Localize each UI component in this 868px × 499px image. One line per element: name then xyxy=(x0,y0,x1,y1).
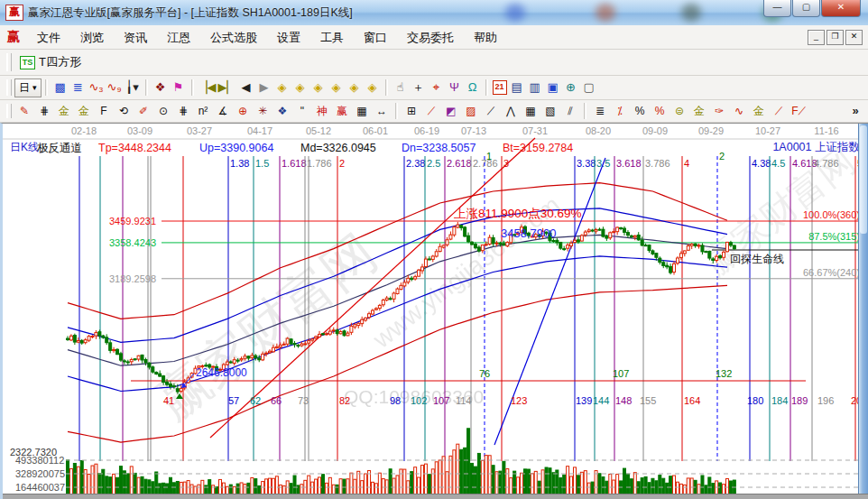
mdi-close-button[interactable]: ✕ xyxy=(845,30,863,45)
mdi-restore-button[interactable]: ❐ xyxy=(826,30,844,45)
percent-line-icon[interactable]: ⁒ xyxy=(611,104,629,119)
time-ruler-icon[interactable]: ⋕ xyxy=(174,104,192,119)
pen-ruler-icon[interactable]: ✐ xyxy=(134,104,152,119)
menu-item-4[interactable]: 公式选股 xyxy=(200,28,267,47)
info-note-icon[interactable]: ≣ xyxy=(70,79,87,96)
map-view-icon[interactable]: ▩ xyxy=(52,79,69,96)
web-export-icon[interactable]: ⊕ xyxy=(563,79,579,96)
more-tools-button[interactable]: » xyxy=(847,103,863,119)
box-tool-icon[interactable]: ⊞ xyxy=(402,104,420,119)
toolbar-grip[interactable] xyxy=(6,53,12,71)
crosshair-icon[interactable]: ＋ xyxy=(411,79,427,96)
box-lines-icon[interactable]: ▨ xyxy=(462,104,480,119)
mdi-minimize-button[interactable]: _ xyxy=(808,30,825,45)
notepad-icon[interactable]: ▥ xyxy=(527,79,543,96)
menu-item-6[interactable]: 工具 xyxy=(310,28,354,47)
diamond-right-icon[interactable]: ◈ xyxy=(292,79,309,96)
wave-band-icon[interactable]: ∿ xyxy=(730,104,748,119)
vertical-scrollbar[interactable] xyxy=(858,124,868,494)
ying-tool-icon[interactable]: 赢 xyxy=(333,104,351,119)
last-bar-icon[interactable]: ▶▏ xyxy=(218,79,236,96)
save-icon[interactable]: ▣ xyxy=(545,79,561,96)
diamond-expand-icon[interactable]: ◈ xyxy=(346,79,363,96)
svg-text:2646.8000: 2646.8000 xyxy=(196,366,247,379)
menu-item-2[interactable]: 资讯 xyxy=(114,28,157,47)
maximize-button[interactable]: ▢ xyxy=(792,0,820,17)
gold-ratio-icon[interactable]: 金 xyxy=(55,104,73,119)
menu-item-9[interactable]: 帮助 xyxy=(464,28,507,47)
brush-tool-icon[interactable]: ✎ xyxy=(15,104,33,119)
wave9-icon[interactable]: ∿₉ xyxy=(106,79,123,96)
multi-line-icon[interactable]: ⫽ xyxy=(561,104,579,119)
ruler-tool-icon[interactable]: ⋕ xyxy=(35,104,53,119)
svg-text:2.786: 2.786 xyxy=(473,158,498,169)
diamond-left-icon[interactable]: ◈ xyxy=(274,79,291,96)
menu-item-7[interactable]: 窗口 xyxy=(354,28,397,47)
circle-cross-icon[interactable]: ⊕ xyxy=(234,104,252,119)
scrollbar-thumb[interactable] xyxy=(860,125,867,234)
title-bar[interactable]: 赢 赢家江恩专业版[赢家服务平台] - [上证指数 SH1A0001-189日K… xyxy=(0,0,868,25)
horizontal-scrollbar[interactable] xyxy=(3,494,868,499)
period-select[interactable]: 日▾ xyxy=(14,79,42,97)
shen-tool-icon[interactable]: 神 xyxy=(313,104,331,119)
menu-item-0[interactable]: 文件 xyxy=(27,28,70,47)
chevron-down-icon: ▾ xyxy=(32,83,37,92)
gold-section-icon[interactable]: 金 xyxy=(75,104,93,119)
gold-circle-icon[interactable]: ⊜ xyxy=(670,104,688,119)
quote-mark-icon[interactable]: ʺ xyxy=(293,104,311,119)
gold-levels-icon[interactable]: 金 xyxy=(690,104,708,119)
grid-arrow-icon[interactable]: ▧ xyxy=(541,104,559,119)
angle-tool-icon[interactable]: ∡ xyxy=(214,104,232,119)
gann-figure-icon[interactable]: Ψ xyxy=(447,79,463,96)
svg-text:02-18: 02-18 xyxy=(71,125,97,136)
t-square-button[interactable]: TST四方形 xyxy=(14,52,94,72)
gold-average-icon[interactable]: 金 xyxy=(750,104,768,119)
ladder-icon[interactable]: ≣ xyxy=(591,104,609,119)
starburst-icon[interactable]: ✳ xyxy=(254,104,272,119)
grid-tool-icon[interactable]: ▦ xyxy=(522,104,540,119)
menu-item-1[interactable]: 浏览 xyxy=(70,28,114,47)
calculator-icon[interactable]: ▤ xyxy=(509,79,525,96)
minimize-button[interactable]: — xyxy=(763,0,791,17)
box-fan-icon[interactable]: ◩ xyxy=(442,104,460,119)
brain-icon[interactable]: Ω xyxy=(465,79,481,96)
n-square-icon[interactable]: n² xyxy=(194,104,212,119)
menu-item-5[interactable]: 设置 xyxy=(267,28,310,47)
width-tool-icon[interactable]: ↔ xyxy=(373,104,391,119)
percent-icon[interactable]: % xyxy=(631,104,649,119)
fan-lines-icon[interactable]: ⟋ xyxy=(422,104,440,119)
menu-item-8[interactable]: 交易委托 xyxy=(397,28,464,47)
fibonacci-ruler-icon[interactable]: F xyxy=(95,104,113,119)
first-bar-icon[interactable]: ▕◀ xyxy=(199,79,217,96)
ink-pen-icon[interactable]: ✑ xyxy=(710,104,728,119)
toolbar-grip[interactable] xyxy=(6,79,12,96)
percent-red-icon[interactable]: % xyxy=(651,104,669,119)
menu-item-3[interactable]: 江恩 xyxy=(157,28,200,47)
trend-pen-icon[interactable]: ⟋ xyxy=(482,104,500,119)
next-icon[interactable]: ▶ xyxy=(256,79,272,96)
wave3-icon[interactable]: ∿₃ xyxy=(88,79,105,96)
flag-chart-icon[interactable]: ⚑ xyxy=(171,79,187,96)
grid-123-icon[interactable]: ▦ xyxy=(353,104,371,119)
diamond-horizontal-icon[interactable]: ◈ xyxy=(310,79,327,96)
kline-chart[interactable]: 赢家财富网www.yingjia360.com赢家财富网QQ:109860336… xyxy=(3,124,868,499)
hand-icon[interactable]: ☝ xyxy=(392,79,409,96)
gann-brush-icon[interactable]: ❖ xyxy=(152,79,169,96)
svg-text:2: 2 xyxy=(339,158,345,169)
spiral-tool-icon[interactable]: ⟲ xyxy=(115,104,133,119)
prev-icon[interactable]: ◀ xyxy=(238,79,254,96)
calendar-21-icon[interactable]: 21 xyxy=(493,80,507,95)
diamond-all-icon[interactable]: ◈ xyxy=(365,79,381,96)
candle-style-icon[interactable]: ╽▾ xyxy=(125,79,141,96)
gann-web-icon[interactable]: ❖ xyxy=(273,104,291,119)
cycle-clock-icon[interactable]: ⊙ xyxy=(154,104,172,119)
workstation-icon[interactable]: ▢ xyxy=(581,79,597,96)
svg-text:上涨811.9900点30.69%: 上涨811.9900点30.69% xyxy=(454,207,582,220)
zigzag-icon[interactable]: ⋀ xyxy=(502,104,520,119)
diamond-cross-icon[interactable]: ◈ xyxy=(328,79,345,96)
pin-line-icon[interactable]: ⌖ xyxy=(429,79,445,96)
f-angle-icon[interactable]: F⟋ xyxy=(790,104,808,119)
close-button[interactable]: ✕ xyxy=(821,0,861,17)
j-angle-icon[interactable]: ⟋ xyxy=(770,104,788,119)
toolbar-grip[interactable] xyxy=(6,104,12,119)
